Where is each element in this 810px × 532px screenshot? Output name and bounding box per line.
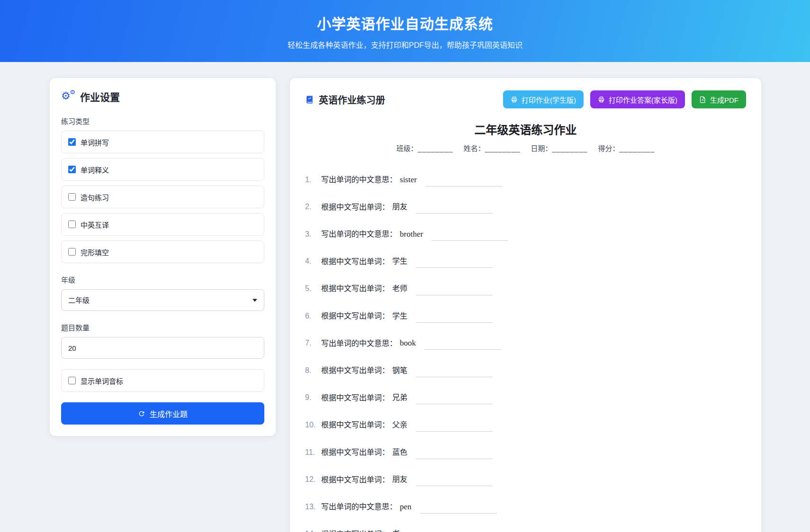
exercise-type-option-label: 中英互译 bbox=[81, 220, 109, 230]
question-row: 11.根据中文写出单词：蓝色 bbox=[305, 446, 746, 458]
exercise-type-option[interactable]: 单词释义 bbox=[61, 158, 264, 181]
question-word: 父亲 bbox=[392, 421, 407, 429]
question-number: 7. bbox=[305, 338, 321, 348]
meta-field: 班级：________ bbox=[396, 144, 453, 152]
exercise-type-option-label: 造句练习 bbox=[81, 192, 109, 202]
question-prompt: 根据中文写出单词： bbox=[321, 448, 389, 456]
question-word: 朋友 bbox=[392, 203, 407, 211]
gears-icon: ⚙ ⚙ bbox=[61, 90, 75, 103]
exercise-type-option[interactable]: 单词拼写 bbox=[61, 131, 264, 153]
printer-icon bbox=[598, 96, 605, 103]
question-word: 书 bbox=[392, 530, 400, 532]
meta-field: 日期：________ bbox=[531, 144, 588, 152]
pdf-file-icon bbox=[699, 96, 706, 103]
worksheet-document-title: 二年级英语练习作业 bbox=[305, 121, 746, 137]
worksheet-actions: 打印作业(学生版) 打印作业答案(家长版) 生成PDF bbox=[503, 90, 746, 108]
grade-select-wrap: 二年级 bbox=[61, 289, 264, 311]
question-row: 5.根据中文写出单词：老师 bbox=[305, 283, 746, 294]
phonetic-checkbox[interactable] bbox=[68, 377, 76, 384]
answer-blank-line bbox=[424, 342, 501, 350]
sync-icon bbox=[138, 410, 145, 417]
question-prompt: 写出单词的中文意思： bbox=[321, 503, 397, 511]
meta-blank-line: ________ bbox=[552, 144, 588, 152]
question-prompt: 写出单词的中文意思： bbox=[321, 230, 397, 238]
generate-pdf-button[interactable]: 生成PDF bbox=[692, 90, 746, 108]
generate-button-label: 生成作业题 bbox=[150, 408, 188, 419]
meta-blank-line: ________ bbox=[485, 144, 521, 152]
answer-blank-line bbox=[416, 396, 493, 405]
exercise-type-option-label: 单词拼写 bbox=[81, 137, 109, 147]
meta-blank-line: ________ bbox=[620, 144, 655, 152]
question-row: 4.根据中文写出单词：学生 bbox=[305, 256, 746, 267]
meta-field: 得分：________ bbox=[598, 144, 655, 152]
question-word: 老师 bbox=[392, 284, 407, 293]
question-prompt: 根据中文写出单词： bbox=[321, 421, 389, 429]
answer-blank-line bbox=[416, 205, 493, 214]
question-prompt: 根据中文写出单词： bbox=[321, 284, 389, 293]
grade-label: 年级 bbox=[61, 275, 264, 284]
worksheet-meta-line: 班级：________ 姓名：________ 日期：________ 得分：_… bbox=[305, 143, 746, 153]
answer-blank-line bbox=[420, 505, 497, 514]
question-number: 8. bbox=[305, 365, 321, 376]
question-prompt: 根据中文写出单词： bbox=[321, 203, 389, 211]
exercise-type-option[interactable]: 完形填空 bbox=[61, 240, 264, 263]
question-word: 学生 bbox=[392, 257, 407, 265]
answer-blank-line bbox=[416, 287, 493, 295]
generate-button[interactable]: 生成作业题 bbox=[61, 402, 264, 425]
app-title: 小学英语作业自动生成系统 bbox=[317, 12, 493, 33]
question-number: 5. bbox=[305, 284, 321, 294]
question-prompt: 根据中文写出单词： bbox=[321, 366, 389, 374]
print-parent-button[interactable]: 打印作业答案(家长版) bbox=[590, 90, 685, 108]
question-row: 13.写出单词的中文意思：pen bbox=[305, 501, 746, 512]
question-word: book bbox=[400, 338, 416, 347]
worksheet-panel: 英语作业练习册 打印作业(学生版) 打印作业答案(家长版) bbox=[290, 78, 761, 532]
phonetic-option[interactable]: 显示单词音标 bbox=[61, 369, 264, 392]
exercise-type-checkbox[interactable] bbox=[68, 138, 76, 146]
question-count-label: 题目数量 bbox=[61, 322, 264, 332]
question-number: 3. bbox=[305, 229, 321, 239]
exercise-type-checkbox[interactable] bbox=[68, 193, 76, 201]
answer-blank-line bbox=[416, 451, 493, 459]
exercise-type-label: 练习类型 bbox=[61, 116, 264, 126]
question-prompt: 根据中文写出单词： bbox=[321, 393, 389, 401]
print-student-button[interactable]: 打印作业(学生版) bbox=[503, 90, 584, 108]
grade-select[interactable]: 二年级 bbox=[61, 289, 264, 311]
worksheet-title-label: 英语作业练习册 bbox=[319, 93, 385, 106]
exercise-type-option[interactable]: 中英互译 bbox=[61, 213, 264, 236]
exercise-type-checkbox[interactable] bbox=[68, 221, 76, 228]
worksheet-panel-title: 英语作业练习册 bbox=[305, 93, 385, 106]
exercise-type-option-label: 单词释义 bbox=[81, 165, 109, 175]
answer-blank-line bbox=[416, 478, 493, 487]
question-prompt: 根据中文写出单词： bbox=[321, 475, 389, 483]
question-prompt: 根据中文写出单词： bbox=[321, 530, 389, 532]
question-word: 朋友 bbox=[392, 475, 407, 483]
question-number: 12. bbox=[305, 474, 321, 485]
exercise-type-option[interactable]: 造句练习 bbox=[61, 186, 264, 208]
question-prompt: 根据中文写出单词： bbox=[321, 257, 389, 265]
exercise-type-option-label: 完形填空 bbox=[81, 247, 109, 257]
question-row: 7.写出单词的中文意思：book bbox=[305, 337, 746, 349]
printer-icon bbox=[511, 96, 518, 103]
settings-panel-title: ⚙ ⚙ 作业设置 bbox=[61, 89, 264, 104]
question-word: 学生 bbox=[392, 312, 407, 320]
settings-panel: ⚙ ⚙ 作业设置 练习类型 单词拼写 单词释义 造句练习 bbox=[50, 78, 276, 436]
book-icon bbox=[305, 95, 314, 104]
question-row: 6.根据中文写出单词：学生 bbox=[305, 310, 746, 321]
exercise-type-checkbox[interactable] bbox=[68, 166, 76, 173]
question-number: 4. bbox=[305, 256, 321, 266]
app-header: 小学英语作业自动生成系统 轻松生成各种英语作业，支持打印和PDF导出，帮助孩子巩… bbox=[0, 0, 810, 62]
answer-blank-line bbox=[416, 369, 493, 377]
question-number: 2. bbox=[305, 202, 321, 212]
phonetic-option-label: 显示单词音标 bbox=[81, 376, 123, 386]
question-count-input[interactable] bbox=[61, 337, 264, 359]
exercise-type-list: 单词拼写 单词释义 造句练习 中英互译 bbox=[61, 131, 264, 263]
question-prompt: 写出单词的中文意思： bbox=[321, 339, 397, 347]
question-row: 10.根据中文写出单词：父亲 bbox=[305, 419, 746, 430]
question-number: 14. bbox=[305, 529, 321, 532]
question-number: 6. bbox=[305, 311, 321, 321]
exercise-type-checkbox[interactable] bbox=[68, 248, 76, 256]
question-word: 蓝色 bbox=[392, 448, 407, 456]
question-list: 1.写出单词的中文意思：sister 2.根据中文写出单词：朋友 3.写出单词的… bbox=[305, 174, 746, 532]
question-number: 9. bbox=[305, 392, 321, 403]
question-number: 13. bbox=[305, 502, 321, 512]
